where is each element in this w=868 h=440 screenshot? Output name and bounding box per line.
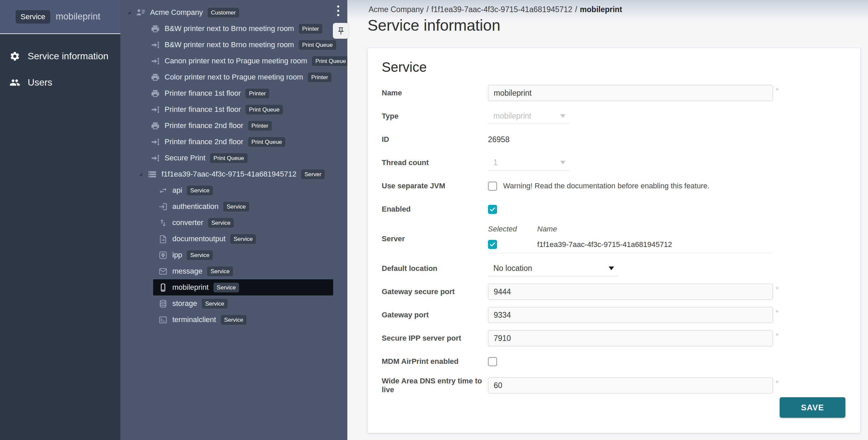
pin-panel-button[interactable] [333,23,349,39]
node-type-badge: Printer [308,72,331,82]
tree-node-converter-service[interactable]: converterService [120,215,347,231]
node-type-badge: Service [187,250,213,260]
tree-node-label: Printer finance 2nd floor [165,122,243,129]
default-location-select[interactable]: No location [488,261,618,276]
chevron-down-icon [560,161,566,164]
documentoutput-icon [158,234,168,244]
server-table: SelectedNamef1f1ea39-7aac-4f3c-9715-41a6… [488,224,773,253]
tree-node-label: B&W printer next to Brno meeting room [165,25,294,32]
node-type-badge: Print Queue [248,137,286,147]
card-title: Service [382,59,860,75]
tree-node-terminalclient-service[interactable]: terminalclientService [120,312,347,328]
save-button[interactable]: SAVE [780,397,845,418]
field-label-use-separate-jvm: Use separate JVM [382,182,488,190]
server-icon [148,170,157,179]
field-label-server: Server [382,234,488,243]
node-type-badge: Print Queue [299,40,336,50]
tree-node-label: terminalclient [172,316,216,323]
tree-node-label: documentoutput [172,235,226,243]
tree-node-authentication-service[interactable]: authenticationService [120,198,347,215]
storage-icon [158,299,168,308]
server-selected-checkbox[interactable] [488,240,497,249]
tree-node-label: f1f1ea39-7aac-4f3c-9715-41a681945712 [162,170,296,178]
thread-count-select: 1 [488,155,570,170]
message-icon [158,267,168,276]
tree-node-label: Acme Company [150,9,203,16]
tree-node-label: B&W printer next to Brno meeting room [165,41,294,49]
node-type-badge: Print Queue [210,153,248,163]
tree-node-mobileprint-service[interactable]: mobileprintService [153,279,333,295]
tree-node-ipp-service[interactable]: ippService [120,247,347,263]
field-label-type: Type [382,112,488,121]
breadcrumb-item-acme-company[interactable]: Acme Company [369,5,424,14]
tree-node-documentoutput-service[interactable]: documentoutputService [120,231,347,247]
required-asterisk: * [776,332,779,340]
api-icon [158,186,168,195]
tree-node-b-w-printer-next-to-brno-meeting-room-printer[interactable]: B&W printer next to Brno meeting roomPri… [120,21,347,37]
server-name: f1f1ea39-7aac-4f3c-9715-41a681945712 [537,240,672,249]
tree-node-printer-finance-2nd-floor-printer[interactable]: Printer finance 2nd floorPrinter [120,118,347,134]
tree-node-message-service[interactable]: messageService [120,263,347,279]
tree-node-acme-company-customer[interactable]: Acme CompanyCustomer [120,4,347,21]
form-row-server: ServerSelectedNamef1f1ea39-7aac-4f3c-971… [382,224,860,253]
tree-node-secure-print-print-queue[interactable]: Secure PrintPrint Queue [120,150,347,166]
form-row-gateway-port: Gateway port* [382,307,860,323]
enabled-checkbox[interactable] [488,205,497,214]
required-asterisk: * [776,285,779,294]
service-card: Service Name*TypemobileprintID26958Threa… [368,48,860,433]
gear-icon [9,51,20,62]
tree-panel: Acme CompanyCustomerB&W printer next to … [120,0,347,440]
id-value: 26958 [488,135,510,144]
node-type-badge: Server [301,169,325,179]
node-type-badge: Service [223,202,249,212]
column-header-selected: Selected [488,225,537,233]
required-asterisk: * [776,379,779,387]
gateway-port-input[interactable] [488,307,773,323]
tree-node-label: Secure Print [165,154,205,162]
expander-icon[interactable] [139,172,142,176]
form-row-enabled: Enabled [382,201,860,217]
field-label-default-location: Default location [382,264,488,273]
breadcrumb-item-mobileprint: mobileprint [580,5,622,14]
tree-node-printer-finance-1st-floor-printer[interactable]: Printer finance 1st floorPrinter [120,85,347,101]
tree-node-b-w-printer-next-to-brno-meeting-room-print-queue[interactable]: B&W printer next to Brno meeting roomPri… [120,37,347,53]
sidebar-item-users[interactable]: Users [0,71,120,94]
tree-node-printer-finance-1st-floor-print-queue[interactable]: Printer finance 1st floorPrint Queue [120,101,347,118]
node-type-badge: Service [230,234,256,244]
pin-icon [337,27,345,35]
name-input[interactable] [488,85,773,101]
use-separate-jvm-note: Warning! Read the documentation before e… [503,182,710,190]
users-icon [9,77,20,88]
tree-node-color-printer-next-to-prague-meeting-room-printer[interactable]: Color printer next to Prague meeting roo… [120,69,347,85]
field-label-gateway-secure-port: Gateway secure port [382,287,488,296]
print-queue-icon [151,40,160,50]
print-queue-icon [151,137,160,147]
chevron-down-icon [609,266,614,270]
tree-node-f1f1ea39-7aac-4f3c-9715-41a681945712-server[interactable]: f1f1ea39-7aac-4f3c-9715-41a681945712Serv… [120,166,347,182]
node-type-badge: Customer [208,8,239,18]
node-type-badge: Printer [248,121,272,131]
gateway-secure-port-input[interactable] [488,284,773,300]
node-type-badge: Service [187,186,213,195]
sidebar-menu: Service informationUsers [0,34,120,98]
wide-area-dns-entry-time-to-live-input[interactable] [488,377,773,394]
mdm-airprint-enabled-checkbox[interactable] [488,357,497,366]
expander-icon[interactable] [127,11,131,14]
field-label-name: Name [382,89,488,97]
node-type-badge: Print Queue [245,105,283,115]
secure-ipp-server-port-input[interactable] [488,330,773,346]
form-row-mdm-airprint-enabled: MDM AirPrint enabled [382,353,860,370]
breadcrumb-item-f1f1ea39-7aac-4f3c-9715-41a681945712[interactable]: f1f1ea39-7aac-4f3c-9715-41a681945712 [431,5,572,14]
tree-node-storage-service[interactable]: storageService [120,295,347,312]
sidebar-item-service-information[interactable]: Service information [0,45,120,67]
tree-node-api-service[interactable]: apiService [120,182,347,198]
customer-icon [136,8,145,17]
server-table-row: f1f1ea39-7aac-4f3c-9715-41a681945712 [488,236,773,253]
converter-icon [158,218,168,227]
field-label-thread-count: Thread count [382,158,488,167]
tree-node-canon-printer-next-to-prague-meeting-room-print-queue[interactable]: Canon printer next to Prague meeting roo… [120,53,347,69]
tree-node-printer-finance-2nd-floor-print-queue[interactable]: Printer finance 2nd floorPrint Queue [120,134,347,150]
use-separate-jvm-checkbox[interactable] [488,182,497,191]
form-row-gateway-secure-port: Gateway secure port* [382,284,860,300]
tree-node-label: converter [172,219,203,226]
